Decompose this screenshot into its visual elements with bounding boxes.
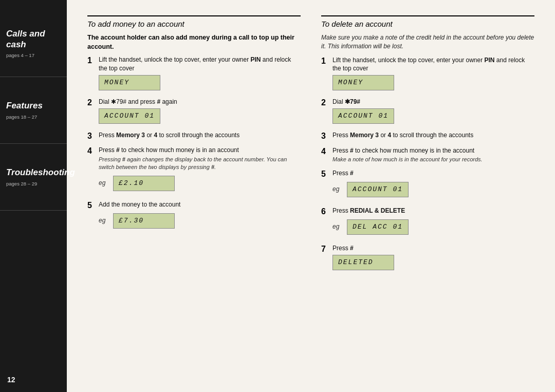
right-intro: Make sure you make a note of the credit …: [321, 33, 534, 51]
left-intro-bold: The account holder can also add money du…: [87, 33, 301, 51]
sidebar: Calls and cash pages 4 – 17 Features pag…: [0, 0, 67, 392]
step-num: 3: [321, 131, 329, 141]
right-step-3: 3 Press Memory 3 or 4 to scroll through …: [321, 131, 534, 141]
step-num: 7: [321, 244, 329, 254]
step-content: Press # eg ACCOUNT 01: [332, 169, 534, 201]
step-content: Dial ✱79# and press # again ACCOUNT 01: [99, 98, 301, 126]
right-step-4: 4 Press # to check how much money is in …: [321, 146, 534, 164]
step-num: 5: [87, 200, 96, 210]
step-num: 6: [321, 207, 329, 216]
step-num: 3: [87, 131, 96, 141]
lcd-display: MONEY: [332, 75, 394, 90]
lcd-display: DEL ACC 01: [347, 219, 409, 235]
left-step-2: 2 Dial ✱79# and press # again ACCOUNT 01: [87, 98, 301, 126]
left-step-3: 3 Press Memory 3 or 4 to scroll through …: [87, 131, 301, 141]
step-content: Dial ✱79# ACCOUNT 01: [332, 98, 534, 126]
sidebar-pages-calls: pages 4 – 17: [6, 52, 61, 58]
step-content: Press Memory 3 or 4 to scroll through th…: [332, 131, 534, 140]
right-step-1: 1 Lift the handset, unlock the top cover…: [321, 56, 534, 93]
eg-label: eg: [332, 185, 343, 194]
right-step-6: 6 Press REDIAL & DELETE eg DEL ACC 01: [321, 207, 534, 239]
lcd-display: DELETED: [332, 255, 394, 270]
step-content: Lift the handset, unlock the top cover, …: [99, 55, 301, 92]
sidebar-pages-troubleshooting: pages 28 – 29: [6, 181, 61, 186]
main-content: To add money to an account The account h…: [67, 0, 555, 392]
right-section-title: To delete an account: [321, 15, 534, 28]
step-num: 2: [87, 98, 96, 107]
eg-label: eg: [99, 179, 109, 188]
left-step-4: 4 Press # to check how much money is in …: [87, 146, 301, 195]
step-num: 2: [321, 98, 329, 107]
left-column: To add money to an account The account h…: [87, 15, 301, 377]
eg-label: eg: [332, 222, 343, 231]
sidebar-pages-features: pages 18 – 27: [6, 114, 61, 120]
sidebar-item-calls-and-cash[interactable]: Calls and cash pages 4 – 17: [0, 10, 67, 77]
step-content: Press # DELETED: [332, 244, 534, 272]
left-step-1: 1 Lift the handset, unlock the top cover…: [87, 55, 301, 92]
step-num: 4: [321, 146, 329, 156]
step-sub: Pressing # again changes the display bac…: [99, 156, 301, 172]
right-column: To delete an account Make sure you make …: [321, 15, 534, 377]
sidebar-label-calls: Calls and cash: [6, 29, 61, 50]
step-content: Press # to check how much money is in th…: [332, 146, 534, 164]
lcd-display: ACCOUNT 01: [332, 108, 394, 124]
step-num: 5: [321, 169, 329, 179]
eg-label: eg: [99, 216, 109, 225]
left-section-title: To add money to an account: [87, 15, 301, 28]
page-number: 12: [7, 376, 15, 384]
step-content: Add the money to the account eg £7.30: [99, 200, 301, 233]
sidebar-item-troubleshooting[interactable]: Troubleshooting pages 28 – 29: [0, 144, 67, 211]
right-step-2: 2 Dial ✱79# ACCOUNT 01: [321, 98, 534, 126]
step-num: 4: [87, 146, 96, 156]
step-content: Press REDIAL & DELETE eg DEL ACC 01: [332, 207, 534, 239]
lcd-display: MONEY: [99, 75, 160, 90]
right-step-7: 7 Press # DELETED: [321, 244, 534, 272]
sidebar-label-troubleshooting: Troubleshooting: [6, 167, 61, 178]
lcd-display: £2.10: [113, 176, 175, 191]
lcd-display: ACCOUNT 01: [99, 108, 160, 124]
step-num: 1: [321, 56, 329, 66]
step-sub: Make a note of how much is in the accoun…: [332, 156, 534, 163]
lcd-display: £7.30: [113, 213, 175, 229]
step-content: Press Memory 3 or 4 to scroll through th…: [99, 131, 301, 140]
step-content: Press # to check how much money is in an…: [99, 146, 301, 195]
right-step-5: 5 Press # eg ACCOUNT 01: [321, 169, 534, 201]
sidebar-label-features: Features: [6, 101, 61, 111]
step-content: Lift the handset, unlock the top cover, …: [332, 56, 534, 93]
step-num: 1: [87, 55, 96, 65]
left-step-5: 5 Add the money to the account eg £7.30: [87, 200, 301, 233]
sidebar-item-features[interactable]: Features pages 18 – 27: [0, 77, 67, 144]
lcd-display: ACCOUNT 01: [347, 182, 409, 197]
